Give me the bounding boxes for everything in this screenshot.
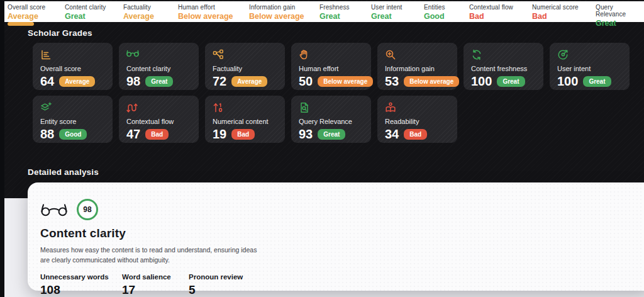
status-badge: Bad <box>404 129 427 140</box>
detail-stat-value: 5 <box>189 283 243 297</box>
card-contextual-flow[interactable]: Contextual flow 47 Bad <box>119 96 199 143</box>
topbar-tab-information-gain[interactable]: Information gain Below average <box>249 4 304 21</box>
topbar-tab-query-relevance[interactable]: Query Relevance Great <box>596 4 644 28</box>
sort-numeric-icon <box>213 102 277 113</box>
detail-stats: Unnecessary words 108 Word salience 17 P… <box>40 273 634 297</box>
status-badge: Below average <box>318 76 373 87</box>
card-value-row: 72 Average <box>213 74 277 89</box>
tab-label: Human effort <box>178 4 233 11</box>
card-label: Overall score <box>40 65 105 72</box>
card-score: 64 <box>40 74 54 89</box>
tab-label: Content clarity <box>65 4 106 11</box>
topbar-tab-contextual-flow[interactable]: Contextual flow Bad <box>469 4 513 21</box>
tab-label: User intent <box>371 4 402 11</box>
card-value-row: 50 Below average <box>299 74 364 89</box>
detail-title: Content clarity <box>40 227 634 240</box>
status-badge: Bad <box>231 129 255 140</box>
detail-stat-label: Word salience <box>122 273 189 281</box>
card-score: 93 <box>299 127 313 142</box>
card-value-row: 53 Below average <box>385 74 450 89</box>
tab-label: Overall score <box>8 4 45 11</box>
tab-status-value: Average <box>8 12 45 21</box>
topbar-tab-human-effort[interactable]: Human effort Below average <box>178 4 233 21</box>
status-badge: Average <box>231 76 267 87</box>
card-value-row: 100 Great <box>471 74 536 89</box>
status-badge: Great <box>497 76 525 87</box>
u-turn-icon <box>126 102 191 113</box>
detail-stat-unnecessary-words: Unnecessary words 108 <box>40 273 122 297</box>
card-score: 98 <box>126 74 140 89</box>
card-label: Information gain <box>385 65 450 72</box>
status-badge: Great <box>583 76 611 87</box>
card-content-clarity[interactable]: Content clarity 98 Great <box>119 43 199 90</box>
detail-stat-label: Unnecessary words <box>40 273 122 281</box>
status-badge: Average <box>59 76 95 87</box>
topbar-tab-numerical-score[interactable]: Numerical score Bad <box>532 4 579 21</box>
detail-stat-pronoun-review: Pronoun review 5 <box>189 273 243 297</box>
glasses-icon <box>126 49 191 60</box>
card-label: Content clarity <box>126 65 191 72</box>
card-information-gain[interactable]: Information gain 53 Below average <box>377 43 457 90</box>
detail-card-content-clarity: 98 Content clarity Measures how easy the… <box>28 182 644 291</box>
card-label: Readability <box>385 118 450 125</box>
tab-status-value: Below average <box>249 12 304 21</box>
card-score: 19 <box>213 127 226 142</box>
left-edge-strip <box>0 0 4 297</box>
card-query-relevance[interactable]: Query Relevance 93 Great <box>291 96 371 143</box>
topbar-tab-factuality[interactable]: Factuality Average <box>123 4 154 21</box>
detail-description: Measures how easy the content is to read… <box>40 245 257 266</box>
tab-label: Numerical score <box>532 4 579 11</box>
card-label: Human effort <box>299 65 364 72</box>
tab-label: Contextual flow <box>469 4 513 11</box>
card-value-row: 34 Bad <box>385 127 450 142</box>
score-cards-row-1: Overall score 64 Average Content clarity… <box>33 43 630 90</box>
card-label: User intent <box>557 65 622 72</box>
card-score: 50 <box>299 74 313 89</box>
tab-label: Query Relevance <box>596 4 644 18</box>
layers-icon <box>40 102 105 113</box>
topbar-tab-freshness[interactable]: Freshness Great <box>319 4 350 21</box>
topbar-tab-user-intent[interactable]: User intent Great <box>371 4 402 21</box>
card-entity-score[interactable]: Entity score 88 Good <box>33 96 113 143</box>
detail-card-header: 98 <box>40 199 634 220</box>
card-overall-score[interactable]: Overall score 64 Average <box>33 43 113 90</box>
card-label: Numerical content <box>213 118 277 125</box>
status-badge: Below average <box>404 76 459 87</box>
card-label: Query Relevance <box>299 118 364 125</box>
score-cards-row-2: Entity score 88 Good Contextual flow 47 … <box>33 96 457 143</box>
card-score: 34 <box>385 127 399 142</box>
bar-chart-icon <box>40 49 105 60</box>
card-label: Factuality <box>213 65 277 72</box>
card-score: 88 <box>40 127 54 142</box>
card-value-row: 98 Great <box>126 74 191 89</box>
card-value-row: 47 Bad <box>126 127 191 142</box>
status-badge: Bad <box>145 129 169 140</box>
card-human-effort[interactable]: Human effort 50 Below average <box>291 43 371 90</box>
metrics-topbar: Overall score Average Content clarity Gr… <box>4 1 644 22</box>
tab-label: Freshness <box>319 4 350 11</box>
tab-status-value: Average <box>123 12 154 21</box>
detail-stat-value: 108 <box>40 283 122 297</box>
topbar-tab-overall-score[interactable]: Overall score Average <box>8 4 45 21</box>
card-factuality[interactable]: Factuality 72 Average <box>205 43 285 90</box>
topbar-tab-content-clarity[interactable]: Content clarity Great <box>65 4 106 21</box>
card-readability[interactable]: Readability 34 Bad <box>377 96 457 143</box>
tab-status-value: Bad <box>469 12 513 21</box>
tab-status-value: Great <box>319 12 350 21</box>
card-user-intent[interactable]: User intent 100 Great <box>550 43 630 90</box>
card-numerical-content[interactable]: Numerical content 19 Bad <box>205 96 285 143</box>
status-badge: Good <box>59 129 87 140</box>
status-badge: Great <box>318 129 345 140</box>
tab-status-value: Great <box>65 12 106 21</box>
detail-score: 98 <box>83 205 91 214</box>
card-label: Content freshness <box>471 65 536 72</box>
tab-status-value: Below average <box>178 12 233 21</box>
tab-status-value: Great <box>596 19 644 28</box>
card-content-freshness[interactable]: Content freshness 100 Great <box>464 43 543 90</box>
card-label: Entity score <box>40 118 105 125</box>
card-value-row: 93 Great <box>299 127 364 142</box>
card-label: Contextual flow <box>126 118 191 125</box>
tab-label: Information gain <box>249 4 304 11</box>
topbar-tab-entities[interactable]: Entities Good <box>424 4 445 21</box>
app-root: Overall score Average Content clarity Gr… <box>0 0 644 297</box>
